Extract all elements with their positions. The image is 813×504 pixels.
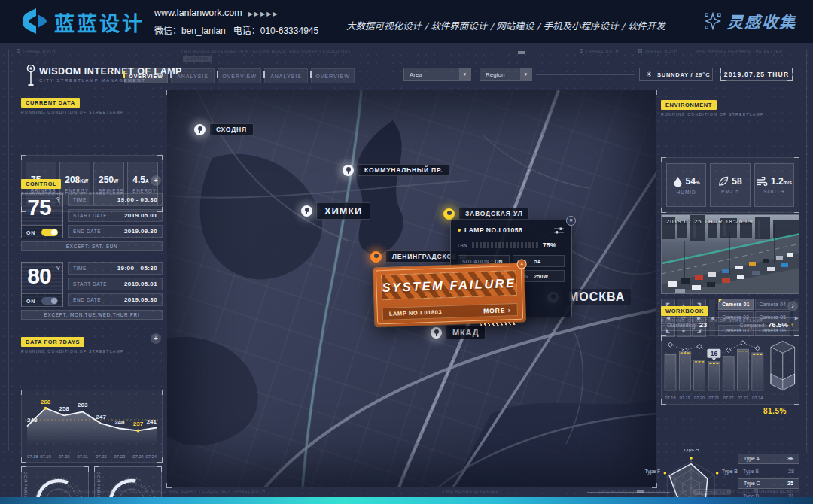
wind-tile: 1.2m/s SOUTH: [754, 163, 794, 207]
svg-text:07.24: 07.24: [145, 454, 157, 459]
services-text: 大数据可视化设计 / 软件界面设计 / 网站建设 / 手机及小程序设计 / 软件…: [346, 18, 685, 32]
svg-text:247: 247: [96, 414, 107, 421]
map-poi-khimki[interactable]: ХИМКИ: [301, 202, 370, 220]
camera-feed[interactable]: 2019.07.25 THUR 18:26:09: [661, 214, 799, 294]
svg-text:07.21: 07.21: [77, 454, 88, 459]
lanlan-logo-icon: [20, 7, 50, 35]
arrows-icon: ▶▶▶▶▶: [248, 11, 279, 17]
more-button[interactable]: MORE ›: [483, 306, 511, 314]
tab-overview-3[interactable]: OVERVIEW: [311, 68, 355, 83]
failure-lamp-id: LAMP NO.L01803: [389, 308, 443, 317]
svg-text:237: 237: [133, 421, 144, 427]
deco-text: TWO ROADS DIVERGED: [443, 489, 499, 493]
collect-label[interactable]: 灵感收集: [727, 10, 796, 32]
control-title: CONTROL: [21, 179, 61, 189]
map-poi-skhodnya[interactable]: СХОДНЯ: [194, 123, 254, 135]
hazard-stripes: SYSTEM FAILURE: [381, 270, 517, 300]
brightness-level-box: ⚲ 80 ON: [21, 262, 63, 307]
workbook-next-button[interactable]: ›: [787, 301, 798, 311]
current-data-subtitle: RUNNING CONDITION OF STREETLAMP: [21, 110, 163, 114]
bulb-icon: ⚲: [56, 196, 60, 202]
leaf-icon: [718, 176, 729, 187]
chevron-down-icon[interactable]: ▼: [520, 68, 531, 80]
sun-icon: ☀: [646, 71, 653, 78]
end-date-row[interactable]: END DATE2019.09.30: [68, 293, 163, 306]
deco-checkbox-travel: TRAVEL BOTH: [754, 489, 793, 493]
except-bar: EXCEPT: MON,TUE,WED,THUR,FRI: [21, 310, 163, 320]
start-date-row[interactable]: START DATE2019.05.01: [68, 278, 163, 290]
streetlamp-icon: [26, 65, 36, 87]
sliders-icon[interactable]: [553, 227, 565, 234]
svg-text:07.18: 07.18: [665, 396, 676, 400]
svg-text:241: 241: [147, 418, 157, 425]
left-edge-line: [8, 49, 9, 451]
failure-title: SYSTEM FAILURE: [382, 275, 516, 294]
workbook-bars: 1607.1807.1907.2007.2107.2207.2307.24: [662, 336, 767, 404]
collect-link[interactable]: 灵感收集: [704, 10, 796, 32]
start-date-row[interactable]: START DATE2019.05.01: [68, 209, 163, 222]
deco-chip: LIGHTING: [183, 56, 212, 62]
map-poi-kommunalny[interactable]: КОММУНАЛЬНЫЙ ПР.: [343, 164, 449, 176]
svg-text:07.18: 07.18: [27, 454, 38, 459]
up-arrow-icon: ↑: [790, 322, 793, 329]
humidity-tile: 54% HUMID: [666, 163, 706, 207]
header-divider: [536, 74, 635, 75]
on-label: ON: [26, 299, 35, 304]
chevron-down-icon[interactable]: ▼: [459, 68, 470, 80]
type-a-row[interactable]: Type A36: [738, 454, 799, 465]
svg-text:07.20: 07.20: [59, 454, 70, 459]
svg-text:268: 268: [41, 399, 51, 405]
power-toggle[interactable]: [41, 229, 58, 236]
type-b-row[interactable]: Type B28: [738, 466, 799, 477]
time-row[interactable]: TIME19:00 - 05:30: [68, 193, 163, 206]
close-icon[interactable]: ✕: [566, 216, 576, 226]
map-poi-mkad[interactable]: МКАД: [431, 326, 486, 339]
brightness-value: 80: [22, 263, 56, 289]
workbook-chart: 1607.1807.1907.2007.2107.2207.2307.24: [661, 335, 799, 405]
tab-overview-1[interactable]: OVERVIEW: [124, 68, 168, 83]
tab-overview-2[interactable]: OVERVIEW: [218, 68, 261, 83]
expand-chart-button[interactable]: +: [151, 333, 161, 344]
tab-analysis-1[interactable]: ANALYSIS: [171, 68, 215, 83]
brightness-level-box: ⚲ 75 ON: [21, 193, 63, 238]
svg-text:258: 258: [59, 405, 69, 412]
area-select[interactable]: Area ▼: [403, 68, 471, 81]
tab-analysis-2[interactable]: ANALYSIS: [264, 68, 308, 83]
camera-timestamp: 2019.07.25 THUR 18:26:09: [666, 218, 754, 225]
region-select[interactable]: Region ▼: [480, 68, 532, 81]
status-dot: [458, 229, 461, 232]
site-url[interactable]: www.lanlanwork.com▶▶▶▶▶: [154, 8, 279, 18]
control-rows: TIME19:00 - 05:30 START DATE2019.05.01 E…: [68, 193, 163, 241]
environment-subtitle: RUNNING CONDITION OF STREETLAMP: [661, 112, 799, 117]
on-label: ON: [26, 230, 35, 235]
deco-text: AND HAVING PERHAPS THE BETTER: [696, 49, 783, 53]
time-row[interactable]: TIME19:00 - 05:30: [68, 262, 163, 275]
bulb-icon: ⚲: [56, 265, 60, 271]
wechat: 微信：ben_lanlan: [154, 26, 226, 36]
svg-text:263: 263: [78, 402, 88, 408]
dashboard: TRAVEL BOTH TWO ROADS DIVERGED IN A YELL…: [0, 43, 813, 504]
svg-text:07.24: 07.24: [752, 396, 763, 400]
end-date-row[interactable]: END DATE2019.09.30: [68, 225, 163, 238]
lbn-progress: [472, 242, 538, 248]
except-bar: EXCEPT: SAT. SUN: [21, 241, 163, 251]
svg-text:Type A: Type A: [684, 449, 699, 452]
weather-widget: ☀ SUNNDAY / 29°C: [639, 68, 713, 81]
map-poi-zavodskaya[interactable]: ЗАВОДСКАЯ УЛ: [443, 208, 529, 220]
compared-value: 76.5%: [768, 320, 788, 329]
deco-street-lamp-chip: STREET LAMP: [693, 489, 731, 495]
weather-text: SUNNDAY / 29°C: [657, 71, 710, 78]
current-data-title: CURRENT DATA: [21, 98, 80, 108]
droplet-icon: [673, 176, 683, 187]
url-text[interactable]: www.lanlanwork.com: [154, 8, 242, 18]
screen: 蓝蓝设计 www.lanlanwork.com▶▶▶▶▶ 微信：ben_lanl…: [0, 0, 813, 504]
system-failure-popup: ✕ SYSTEM FAILURE LAMP NO.L01803 MORE ›: [373, 263, 526, 327]
svg-text:16: 16: [711, 350, 718, 357]
area-select-value: Area: [404, 71, 459, 78]
deco-text: TWO ROADS DIVERGED IN A YELLOW WOOD, AND…: [181, 49, 351, 53]
add-control-button[interactable]: +: [151, 175, 161, 186]
environment-tiles: 54% HUMID 58 PM2.5 1.2m/s SOUTH: [661, 157, 799, 213]
lamp-pin-icon: [194, 124, 206, 135]
power-toggle[interactable]: [41, 297, 58, 305]
seven-days-title: DATA FOR 7DAYS: [21, 337, 84, 347]
